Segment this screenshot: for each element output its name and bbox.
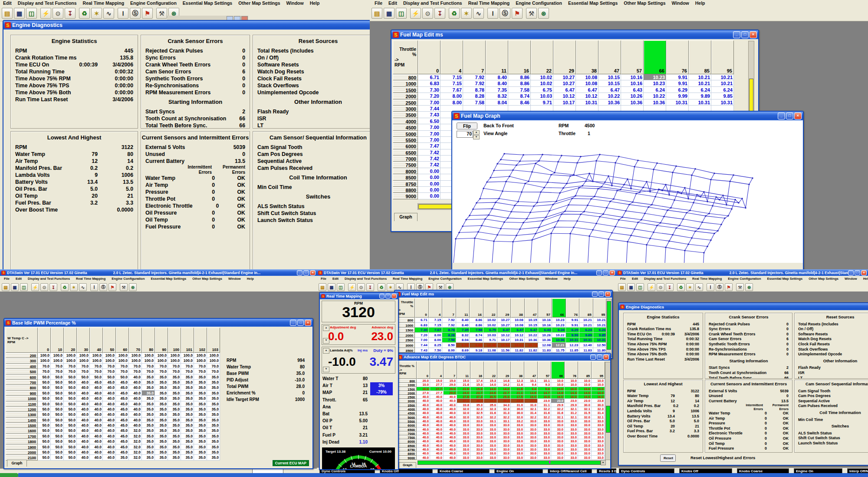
map-cell[interactable]: 40.0 <box>90 391 103 396</box>
map-cell[interactable]: 32.0 <box>129 450 142 455</box>
map-cell[interactable]: 10.21 <box>593 323 607 328</box>
map-cell[interactable]: 40.0 <box>77 455 90 460</box>
map-cell[interactable]: 32.0 <box>129 439 142 444</box>
map-cell[interactable]: 32.2 <box>524 415 538 419</box>
col-header-7[interactable]: 7 <box>442 298 456 318</box>
row-label-4000[interactable]: 4000 <box>398 407 417 411</box>
map-cell[interactable]: 45.0 <box>90 380 103 385</box>
map-cell[interactable]: 35.0 <box>181 455 194 460</box>
row-label-2000[interactable]: 2000 <box>6 450 38 455</box>
map-cell[interactable]: 40.0 <box>129 401 142 407</box>
col-header-7[interactable]: 7 <box>463 40 486 74</box>
map-cell[interactable]: 33.0 <box>551 427 565 431</box>
map-cell[interactable]: 70.0 <box>38 369 51 374</box>
menu-engine-configuration[interactable]: Engine Configuration <box>108 277 148 281</box>
map-cell[interactable]: 45.0 <box>116 439 129 444</box>
map-cell[interactable]: 70.0 <box>207 369 220 374</box>
menu-essential-map-settings[interactable]: Essential Map Settings <box>148 277 190 281</box>
menu-essential-map-settings[interactable]: Essential Map Settings <box>465 277 506 281</box>
map-cell[interactable]: 33.0 <box>497 451 511 455</box>
col-header-95[interactable]: 95 <box>592 361 605 379</box>
row-label-6000[interactable]: 6000 <box>398 423 417 427</box>
map-cell[interactable]: 11.83 <box>579 348 593 353</box>
map-cell[interactable]: 35.0 <box>168 391 181 396</box>
map-cell[interactable]: 8.28 <box>463 93 486 99</box>
map-cell[interactable]: 33.0 <box>484 435 497 439</box>
map-cell[interactable]: 10.22 <box>644 93 666 99</box>
map-cell[interactable]: 7.67 <box>441 87 463 93</box>
map-cell[interactable]: 7.50 <box>429 348 443 353</box>
col-header-38[interactable]: 38 <box>511 298 525 318</box>
recycle-icon[interactable]: ♻ <box>449 8 460 19</box>
map-cell[interactable]: 23.0 <box>578 399 592 403</box>
map-cell[interactable]: 70.0 <box>194 369 207 374</box>
map-cell[interactable]: 10.0 <box>551 379 565 383</box>
map-cell[interactable]: 7.00 <box>418 131 441 137</box>
map-cell[interactable]: 9.91 <box>666 80 689 86</box>
map-cell[interactable]: 50.0 <box>38 444 51 450</box>
menu-help[interactable]: Help <box>244 277 257 281</box>
map-cell[interactable]: 8.88 <box>470 343 483 348</box>
map-cell[interactable]: 10.12 <box>553 93 576 99</box>
row-label-5500[interactable]: 5500 <box>393 137 418 143</box>
map-cell[interactable]: 33.0 <box>497 431 511 435</box>
col-header-11[interactable]: 11 <box>457 361 470 379</box>
map-cell[interactable]: 40.0 <box>444 439 457 443</box>
lightning-icon[interactable]: ⚡ <box>31 283 39 291</box>
map-cell[interactable]: 35.0 <box>155 385 168 390</box>
map-cell[interactable]: 40.0 <box>444 456 457 460</box>
row-label-1000[interactable]: 1000 <box>398 383 417 387</box>
map-cell[interactable]: 23.0 <box>511 399 524 403</box>
map-cell[interactable]: 10.02 <box>531 80 553 86</box>
map-cell[interactable]: 50.0 <box>103 374 116 380</box>
map-cell[interactable]: 7.43 <box>415 348 429 353</box>
map-cell[interactable]: 11.08 <box>483 348 497 353</box>
map-cell[interactable]: 10.54 <box>497 343 511 348</box>
menu-file[interactable]: File <box>318 277 329 281</box>
map-cell[interactable]: 33.0 <box>524 423 538 427</box>
map-cell[interactable]: 27.7 <box>430 391 444 395</box>
col-header-16[interactable]: 16 <box>470 298 483 318</box>
map-cell[interactable]: 10.31 <box>666 99 689 106</box>
map-cell[interactable]: 50.0 <box>51 385 64 390</box>
map-cell[interactable]: 33.0 <box>457 431 470 435</box>
menu-display-and-test-functions[interactable]: Display and Test Functions <box>641 277 689 281</box>
row-label-3000[interactable]: 3000 <box>393 106 418 112</box>
map-cell[interactable]: 32.3 <box>497 407 511 411</box>
map-cell[interactable]: 10.36 <box>525 338 539 343</box>
map-cell[interactable]: 70.0 <box>38 364 51 369</box>
map-cell[interactable]: 50.0 <box>38 385 51 390</box>
map-cell[interactable]: 32.1 <box>551 415 565 419</box>
map-cell[interactable]: 10.36 <box>552 338 566 343</box>
map-cell[interactable]: 40.0 <box>430 395 444 399</box>
map-cell[interactable]: 40.0 <box>77 434 90 439</box>
map-cell[interactable]: 10.02 <box>483 323 497 328</box>
flag-icon[interactable]: ⚑ <box>142 8 153 19</box>
row-label-300[interactable]: 300 <box>6 358 38 363</box>
app-title-bar[interactable]: SDTASwin Ver 17.01 ECU Version 17.02 Gin… <box>317 269 616 276</box>
map-cell[interactable]: 35.0 <box>207 455 220 460</box>
map-cell[interactable]: 31.0 <box>511 403 524 407</box>
map-cell[interactable]: 40.0 <box>430 419 444 423</box>
map-cell[interactable]: 10.31 <box>511 338 525 343</box>
map-cell[interactable]: 33.0 <box>484 431 497 435</box>
map-cell[interactable]: 33.0 <box>484 444 497 447</box>
maximize-button[interactable]: □ <box>741 31 749 38</box>
map-cell[interactable]: 7.92 <box>463 74 486 80</box>
col-header-47[interactable]: 47 <box>598 40 621 74</box>
map-cell[interactable]: 50.0 <box>38 391 51 396</box>
map-cell[interactable]: 32.2 <box>538 407 551 411</box>
map-cell[interactable]: 40.0 <box>90 412 103 417</box>
map-cell[interactable]: 32.0 <box>457 415 470 419</box>
map-cell[interactable]: 100.0 <box>64 353 77 358</box>
map-cell[interactable]: 40.0 <box>77 444 90 450</box>
map-cell[interactable]: 33.0 <box>511 451 524 455</box>
map-cell[interactable]: 50.0 <box>38 434 51 439</box>
map-cell[interactable]: 50.0 <box>51 374 64 380</box>
map-cell[interactable]: 33.0 <box>592 435 605 439</box>
map-cell[interactable]: 33.0 <box>484 451 497 455</box>
map-cell[interactable]: 33.0 <box>565 431 578 435</box>
map-cell[interactable]: 8.69 <box>456 348 470 353</box>
col-header-57[interactable]: 57 <box>621 40 644 74</box>
map-cell[interactable]: 70.0 <box>64 369 77 374</box>
